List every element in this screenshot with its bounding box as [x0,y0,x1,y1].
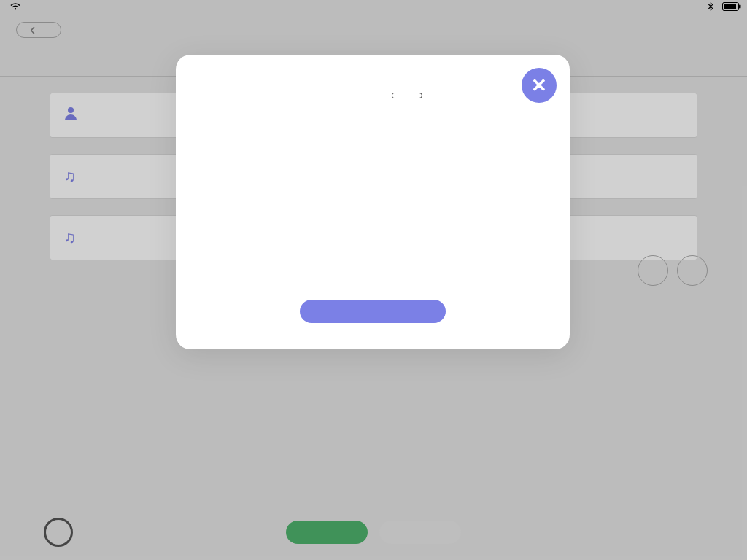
note-per-colour-modal: ✕ [176,55,570,349]
close-icon[interactable]: ✕ [522,68,557,103]
root-note-picker[interactable] [196,93,549,98]
close-button[interactable] [300,300,446,323]
major-option[interactable] [392,93,407,98]
minor-option[interactable] [407,93,422,98]
major-minor-toggle[interactable] [392,93,422,98]
note-tiles [196,141,549,279]
